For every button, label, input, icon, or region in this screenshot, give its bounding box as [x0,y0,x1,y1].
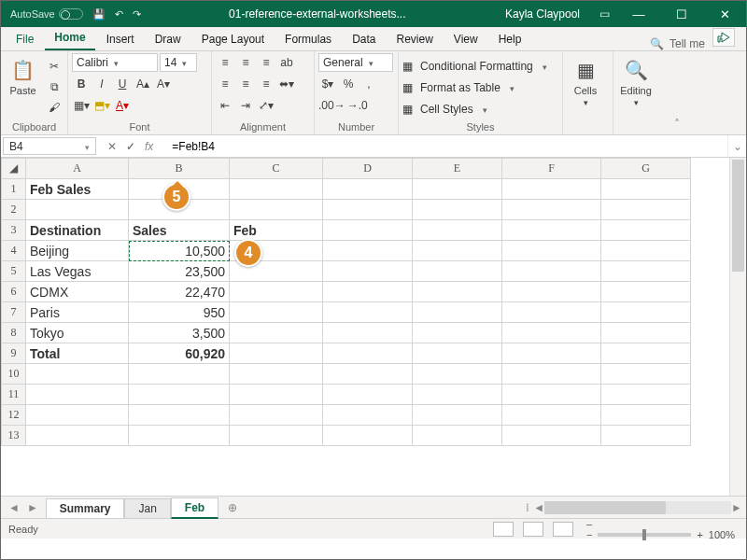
cell[interactable] [502,302,601,323]
cancel-formula-button[interactable]: ✕ [107,140,117,153]
decrease-indent-button[interactable]: ⇤ [216,96,234,115]
cell[interactable]: Las Vegas [26,261,129,282]
sheet-nav-next[interactable]: ► [27,501,38,514]
tab-home[interactable]: Home [45,27,94,50]
row-header[interactable]: 12 [2,405,26,426]
copy-button[interactable]: ⧉ [45,77,63,96]
tab-review[interactable]: Review [387,29,442,50]
cell[interactable] [413,385,502,405]
cell[interactable] [502,385,601,405]
row-header[interactable]: 2 [2,200,26,220]
cell[interactable] [26,200,129,220]
cell[interactable] [502,405,601,426]
cell[interactable]: 22,470 [129,282,230,302]
row-header[interactable]: 5 [2,261,26,282]
cell[interactable] [502,241,601,261]
cell[interactable] [502,343,601,364]
fill-color-button[interactable]: ⬒▾ [92,96,111,115]
cell[interactable]: Total [26,343,129,364]
cell[interactable] [413,343,502,364]
undo-icon[interactable]: ↶ [115,8,123,21]
cell[interactable] [323,179,413,200]
expand-formula-bar-button[interactable]: ⌄ [727,135,746,157]
cell[interactable] [26,405,129,426]
row-header[interactable]: 7 [2,302,26,323]
conditional-formatting-button[interactable]: ▦Conditional Formatting [402,57,547,75]
formula-input[interactable] [168,135,727,157]
cell[interactable] [601,302,691,323]
maximize-button[interactable]: ☐ [660,1,703,27]
cell[interactable] [413,179,502,200]
zoom-out-button[interactable]: − [586,529,592,540]
cell[interactable] [502,200,601,220]
cell[interactable]: Tokyo [26,323,129,343]
cell[interactable] [129,405,230,426]
col-header[interactable]: E [413,159,502,179]
cell[interactable] [413,426,502,446]
cell[interactable] [230,323,323,343]
cell[interactable] [413,302,502,323]
cell[interactable] [601,364,691,385]
cell[interactable]: 23,500 [129,261,230,282]
align-top-button[interactable]: ≡ [216,53,234,72]
col-header[interactable]: G [601,159,691,179]
cell[interactable] [601,220,691,241]
bold-button[interactable]: B [72,75,91,93]
font-name-combo[interactable]: Calibri [72,53,158,72]
format-as-table-button[interactable]: ▦Format as Table [402,78,514,96]
hscroll-left[interactable]: ◄ [533,501,544,514]
tab-page-layout[interactable]: Page Layout [192,29,274,50]
editing-menu[interactable]: 🔍Editing▾ [617,53,655,107]
cell[interactable]: CDMX [26,282,129,302]
zoom-in-button[interactable]: + [697,529,702,540]
redo-icon[interactable]: ↷ [133,8,141,21]
font-color-button[interactable]: A▾ [113,96,132,115]
cell[interactable] [601,343,691,364]
share-button[interactable] [712,28,735,47]
cell[interactable] [323,426,413,446]
number-format-combo[interactable]: General [318,53,393,72]
cell[interactable] [502,364,601,385]
cell[interactable] [323,261,413,282]
tab-file[interactable]: File [7,29,43,50]
cell[interactable] [26,426,129,446]
cell[interactable] [230,426,323,446]
cell[interactable] [230,179,323,200]
cell[interactable] [502,426,601,446]
align-middle-button[interactable]: ≡ [236,53,255,72]
col-header[interactable]: F [502,159,601,179]
percent-button[interactable]: % [339,75,358,93]
tab-data[interactable]: Data [343,29,385,50]
cell[interactable] [502,179,601,200]
cell[interactable] [413,200,502,220]
autosave-toggle[interactable]: AutoSave [10,8,83,20]
align-left-button[interactable]: ≡ [216,75,234,93]
cell[interactable] [601,405,691,426]
cell[interactable] [601,241,691,261]
cell[interactable] [230,385,323,405]
view-pagebreak-button[interactable] [553,522,573,537]
tab-view[interactable]: View [444,29,487,50]
row-header[interactable]: 1 [2,179,26,200]
cell[interactable] [230,364,323,385]
spreadsheet-grid[interactable]: ◢ A B C D E F G 1Feb Sales 2 3Destinatio… [1,158,691,446]
row-header[interactable]: 3 [2,220,26,241]
tell-me-search[interactable]: 🔍 Tell me [650,37,705,50]
cell[interactable] [601,282,691,302]
cell[interactable]: Sales [129,220,230,241]
font-size-combo[interactable]: 14 [160,53,197,72]
sheet-tab-summary[interactable]: Summary [46,498,125,518]
comma-button[interactable]: , [359,75,378,93]
cut-button[interactable]: ✂ [45,57,63,76]
save-icon[interactable]: 💾 [92,8,106,21]
cell[interactable]: 950 [129,302,230,323]
cell[interactable] [323,343,413,364]
name-box[interactable]: B4 [3,137,96,155]
cell[interactable] [601,200,691,220]
cell[interactable]: 60,920 [129,343,230,364]
cell[interactable] [323,385,413,405]
row-header[interactable]: 10 [2,364,26,385]
cell[interactable] [323,241,413,261]
sheet-nav-prev[interactable]: ◄ [8,501,20,514]
merge-button[interactable]: ⬌▾ [277,75,296,93]
